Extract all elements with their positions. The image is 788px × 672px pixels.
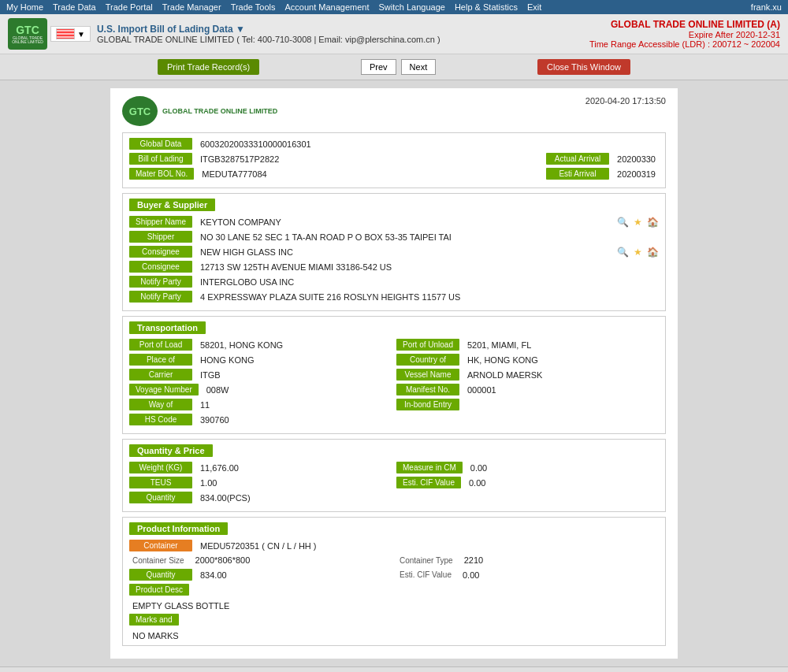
weight-value: 11,676.00 [197, 462, 242, 473]
container-label: Container [129, 540, 192, 551]
prod-esti-cif-value: 0.00 [459, 570, 482, 581]
shipper-name-label: Shipper Name [129, 216, 192, 228]
global-data-value: 60032020033310000016301 [197, 139, 314, 150]
prod-quantity-label: Quantity [129, 569, 192, 581]
shipper-home-icon[interactable]: 🏠 [647, 217, 659, 228]
country-of-label: Country of [396, 354, 459, 366]
esti-cif-value: 0.00 [466, 477, 489, 488]
port-of-unload-label: Port of Unload [396, 339, 459, 351]
in-bond-entry-label: In-bond Entry [396, 399, 459, 410]
consignee-search-icon[interactable]: 🔍 [617, 247, 629, 258]
actual-arrival-label: Actual Arrival [546, 153, 609, 165]
marks-value: NO MARKS [129, 631, 659, 640]
consignee-name-label: Consignee [129, 246, 192, 258]
top-company-name: GLOBAL TRADE ONLINE LIMITED (A) [589, 19, 780, 30]
shipper-search-icon[interactable]: 🔍 [617, 217, 629, 228]
mater-bol-value: MEDUTA777084 [199, 169, 541, 180]
nav-help-statistics[interactable]: Help & Statistics [455, 2, 518, 12]
bill-of-lading-value: ITGB3287517P2822 [197, 154, 541, 165]
shipper-value: NO 30 LANE 52 SEC 1 TA-AN ROAD P O BOX 5… [197, 232, 455, 243]
vessel-name-value: ARNOLD MAERSK [464, 369, 545, 381]
logo-company-name: GLOBAL TRADE ONLINE LIMITED [162, 107, 277, 115]
in-bond-entry-value [464, 404, 470, 406]
notify-party-name-label: Notify Party [129, 276, 192, 288]
logo-subtitle: GLOBAL TRADEONLINE LIMITED [12, 36, 43, 45]
consignee-star-icon[interactable]: ★ [634, 247, 642, 258]
vessel-name-label: Vessel Name [396, 369, 459, 381]
close-button-top[interactable]: Close This Window [537, 59, 630, 75]
notify-party-name-value: INTERGLOBO USA INC [197, 277, 297, 288]
place-of-label: Place of [129, 354, 192, 366]
hs-code-value: 390760 [197, 414, 232, 425]
expire-info: Expire After 2020-12-31 [589, 30, 780, 39]
container-type-label: Container Type [396, 555, 456, 566]
product-info-title: Product Information [129, 522, 228, 535]
shipper-star-icon[interactable]: ★ [634, 217, 642, 228]
container-value: MEDU5720351 ( CN / L / HH ) [197, 540, 320, 551]
flag-selector[interactable]: ▼ [50, 26, 91, 42]
teus-value: 1.00 [197, 477, 220, 488]
teus-label: TEUS [129, 477, 192, 488]
way-of-value: 11 [197, 399, 213, 410]
port-of-load-label: Port of Load [129, 339, 192, 351]
next-button-top[interactable]: Next [401, 59, 437, 75]
manifest-no-value: 000001 [464, 384, 500, 395]
actual-arrival-value: 20200330 [614, 154, 659, 165]
logo-circle-text: GTC [129, 106, 151, 117]
port-of-unload-value: 5201, MIAMI, FL [464, 340, 534, 351]
container-type-value: 2210 [461, 555, 486, 566]
nav-trade-tools[interactable]: Trade Tools [231, 2, 276, 12]
voyage-number-value: 008W [203, 384, 232, 395]
consignee-name-value: NEW HIGH GLASS INC [197, 247, 612, 258]
transportation-title: Transportation [129, 321, 206, 334]
carrier-value: ITGB [197, 369, 224, 381]
quantity-value: 834.00(PCS) [197, 492, 254, 503]
quantity-label: Quantity [129, 492, 192, 503]
esti-arrival-label: Esti Arrival [546, 168, 609, 180]
record-timestamp: 2020-04-20 17:13:50 [585, 96, 666, 106]
nav-trade-manager[interactable]: Trade Manager [162, 2, 221, 12]
container-size-label: Container Size [129, 555, 188, 566]
quantity-price-title: Quantity & Price [129, 444, 213, 457]
weight-label: Weight (KG) [129, 462, 192, 473]
nav-my-home[interactable]: My Home [6, 2, 43, 12]
shipper-label: Shipper [129, 231, 192, 243]
consignee-addr-value: 12713 SW 125TH AVENUE MIAMI 33186-542 US [197, 262, 395, 273]
voyage-number-label: Voyage Number [129, 384, 199, 395]
esti-cif-label: Esti. CIF Value [396, 477, 461, 488]
print-button-top[interactable]: Print Trade Record(s) [158, 59, 259, 75]
company-contact: GLOBAL TRADE ONLINE LIMITED ( Tel: 400-7… [97, 35, 440, 44]
buyer-supplier-title: Buyer & Supplier [129, 199, 215, 211]
mater-bol-label: Mater BOL No. [129, 168, 194, 180]
consignee-home-icon[interactable]: 🏠 [647, 247, 659, 258]
notify-party-addr-label: Notify Party [129, 291, 192, 303]
shipper-name-value: KEYTON COMPANY [197, 217, 612, 228]
hs-code-label: HS Code [129, 414, 192, 425]
marks-label: Marks and [129, 614, 179, 626]
manifest-no-label: Manifest No. [396, 384, 459, 395]
measure-value: 0.00 [467, 462, 490, 473]
product-desc-label: Product Desc [129, 584, 189, 596]
time-range: Time Range Accessible (LDR) : 200712 ~ 2… [589, 39, 780, 49]
prod-esti-cif-label: Esti. CIF Value [396, 570, 455, 580]
global-data-label: Global Data [129, 138, 192, 150]
nav-switch-language[interactable]: Switch Language [379, 2, 445, 12]
consignee-addr-label: Consignee [129, 261, 192, 273]
place-of-value: HONG KONG [197, 355, 257, 366]
container-size-value: 2000*806*800 [192, 555, 254, 566]
nav-trade-portal[interactable]: Trade Portal [106, 2, 153, 12]
prod-quantity-value: 834.00 [197, 570, 230, 581]
way-of-label: Way of [129, 399, 192, 410]
carrier-label: Carrier [129, 369, 192, 381]
nav-trade-data[interactable]: Trade Data [53, 2, 96, 12]
flag-dropdown-icon: ▼ [77, 30, 85, 39]
prev-button-top[interactable]: Prev [361, 59, 396, 75]
user-display: frank.xu [751, 2, 782, 12]
measure-label: Measure in CM [396, 462, 463, 473]
bill-of-lading-label: Bill of Lading [129, 153, 192, 165]
nav-account-management[interactable]: Account Management [285, 2, 370, 12]
notify-party-addr-value: 4 EXPRESSWAY PLAZA SUITE 216 ROSLYN HEIG… [197, 291, 463, 303]
nav-exit[interactable]: Exit [527, 2, 541, 12]
logo-text: GTC [16, 24, 39, 36]
port-of-load-value: 58201, HONG KONG [197, 340, 286, 351]
